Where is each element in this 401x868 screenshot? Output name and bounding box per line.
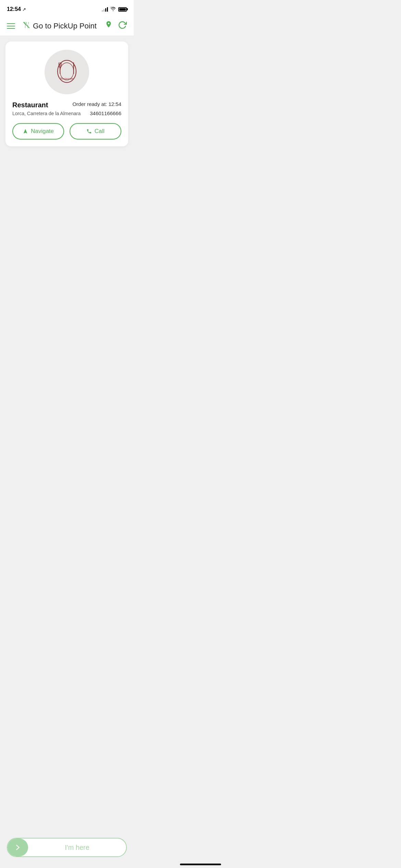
refresh-icon[interactable] <box>118 21 127 32</box>
navigate-icon <box>23 129 28 134</box>
card-actions: Navigate Call <box>12 123 121 140</box>
restaurant-name: Restaurant <box>12 101 48 109</box>
restaurant-info-row: Restaurant Order ready at: 12:54 <box>12 101 121 109</box>
restaurant-address: Lorca, Carretera de la Almenara <box>12 111 81 116</box>
battery-icon <box>118 7 127 12</box>
location-pin-icon[interactable] <box>104 21 113 32</box>
status-time: 12:54 ↗ <box>7 6 26 12</box>
status-bar: 12:54 ↗ <box>0 0 134 16</box>
navbar: Go to PickUp Point <box>0 16 134 36</box>
navigate-button[interactable]: Navigate <box>12 123 64 140</box>
restaurant-card: Restaurant Restaurant Order ready at: 12… <box>5 41 128 146</box>
order-ready-label: Order ready at: 12:54 <box>72 101 121 107</box>
menu-icon[interactable] <box>7 23 15 29</box>
restaurant-logo-wrap: Restaurant <box>12 50 121 94</box>
nav-title: Go to PickUp Point <box>23 21 97 31</box>
page-title: Go to PickUp Point <box>33 22 97 31</box>
signal-icon <box>102 7 108 12</box>
nav-right-icons <box>104 21 127 32</box>
svg-text:Restaurant: Restaurant <box>60 77 74 80</box>
restaurant-logo: Restaurant <box>45 50 89 94</box>
utensils-icon <box>23 21 30 31</box>
main-content: Restaurant Restaurant Order ready at: 12… <box>0 36 134 260</box>
wifi-icon <box>110 7 116 12</box>
status-icons <box>102 7 127 12</box>
phone-icon <box>86 129 92 134</box>
restaurant-meta: Lorca, Carretera de la Almenara 34601166… <box>12 110 121 116</box>
restaurant-phone: 34601166666 <box>90 110 121 116</box>
call-button[interactable]: Call <box>70 123 121 140</box>
